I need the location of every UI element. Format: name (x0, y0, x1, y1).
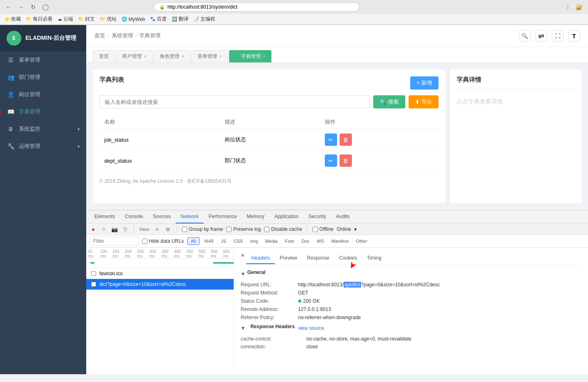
bookmark-sites[interactable]: 📁 优站 (100, 16, 117, 23)
devtools-tab-audits[interactable]: Audits (331, 210, 354, 223)
fullscreen-icon[interactable]: ⛶ (552, 30, 563, 41)
detail-tab-timing[interactable]: Timing (362, 253, 386, 264)
search-input[interactable] (99, 95, 370, 108)
referrer-policy-value: no-referrer-when-downgrade (298, 315, 361, 320)
bookmark-daily[interactable]: 📁 每日必看 (26, 16, 53, 23)
delete-button[interactable]: 🗑 (340, 154, 352, 167)
disable-cache-text: Disable cache (271, 226, 302, 232)
sidebar-item-menu-mgmt[interactable]: ☰ 菜单管理 (0, 51, 86, 69)
filter-css-button[interactable]: CSS (231, 237, 246, 245)
edit-button[interactable]: ✏ (325, 154, 337, 167)
response-headers-toggle[interactable]: ▼ (241, 325, 246, 331)
tab-close-icon[interactable]: × (220, 54, 222, 59)
camera-button[interactable]: 📷 (111, 226, 118, 233)
devtools-tab-elements[interactable]: Elements (90, 210, 120, 223)
network-item-dict[interactable]: dict?page=0&size=10&sort=id%2Cdesc (86, 279, 234, 290)
bookmark-baidu[interactable]: 🐾 百度 (150, 16, 167, 23)
throttle-icon[interactable]: ▾ (354, 227, 357, 232)
group-by-frame-checkbox[interactable] (182, 227, 187, 232)
network-item-checkbox[interactable] (91, 282, 96, 287)
search-icon[interactable]: 🔍 (519, 30, 531, 41)
filter-other-button[interactable]: Other (353, 237, 370, 245)
stop-button[interactable]: ⊘ (100, 226, 108, 233)
filter-ws-button[interactable]: WS (314, 237, 327, 245)
tab-user-mgmt[interactable]: 用户管理 × (116, 50, 153, 62)
bookmark-cloud[interactable]: ☁ 云端 (57, 16, 73, 23)
view-source-link[interactable]: view source (298, 325, 324, 331)
filter-xhr-button[interactable]: XHR (201, 237, 216, 245)
disable-cache-checkbox[interactable] (264, 227, 269, 232)
tab-menu-mgmt[interactable]: 菜单管理 × (191, 50, 228, 62)
edit-button[interactable]: ✏ (325, 133, 337, 146)
export-button[interactable]: ⬆ 导出 (409, 95, 439, 108)
divider (307, 226, 308, 232)
tab-close-icon[interactable]: × (144, 54, 147, 59)
sidebar-item-post-mgmt[interactable]: 👤 岗位管理 (0, 86, 86, 103)
tab-home[interactable]: 首页 (93, 50, 115, 62)
devtools-tab-sources[interactable]: Sources (148, 210, 176, 223)
preserve-log-label[interactable]: Preserve log (226, 226, 261, 232)
filter-manifest-button[interactable]: Manifest (328, 237, 351, 245)
git-icon[interactable]: git (535, 30, 547, 41)
filter-media-button[interactable]: Media (262, 237, 280, 245)
extension-button[interactable]: 🔐 (575, 2, 584, 12)
filter-font-button[interactable]: Font (282, 237, 297, 245)
refresh-button[interactable]: ↻ (29, 2, 38, 12)
address-bar[interactable]: 🔒 http://localhost:8013/system/dict (154, 2, 359, 12)
devtools-tab-memory[interactable]: Memory (242, 210, 269, 223)
settings-button[interactable]: ⋮ (563, 2, 572, 12)
filter-img-button[interactable]: Img (248, 237, 261, 245)
sidebar-item-devops-mgmt[interactable]: 🔧 运维管理 ▾ (0, 138, 86, 155)
tab-close-icon[interactable]: × (263, 54, 266, 59)
hide-data-urls-checkbox[interactable] (142, 239, 147, 244)
forward-button[interactable]: → (16, 2, 25, 12)
network-item-favicon[interactable]: favicon.ico (86, 268, 234, 279)
list-view-icon[interactable]: ≡ (154, 226, 161, 233)
bookmark-coding[interactable]: 📝 文编程 (193, 16, 215, 23)
search-button[interactable]: 🔍 搜索 (373, 95, 405, 108)
font-size-icon[interactable]: T (568, 30, 580, 41)
devtools-tab-security[interactable]: Security (303, 210, 331, 223)
group-by-frame-label[interactable]: Group by frame (182, 226, 223, 232)
bookmark-articles[interactable]: 📁 好文 (78, 16, 95, 23)
detail-tab-headers[interactable]: Headers (246, 253, 275, 264)
record-button[interactable]: ● (90, 226, 97, 233)
request-method-value: GET (298, 290, 308, 296)
tab-role-mgmt[interactable]: 角色管理 × (154, 50, 191, 62)
preserve-log-checkbox[interactable] (226, 227, 232, 232)
back-button[interactable]: ← (4, 2, 13, 12)
detail-tab-preview[interactable]: Preview (275, 253, 302, 264)
sidebar-item-dept-mgmt[interactable]: 👥 部门管理 (0, 69, 86, 86)
sidebar-item-system-monitor[interactable]: 🖥 系统监控 ▾ (0, 120, 86, 138)
filter-all-button[interactable]: All (187, 237, 200, 245)
detail-tab-response[interactable]: Response (302, 253, 334, 264)
detail-tab-cookies[interactable]: Cookies (334, 253, 362, 264)
bookmark-myweb[interactable]: 🌐 MyWeb (122, 16, 145, 22)
disable-cache-label[interactable]: Disable cache (264, 226, 302, 232)
app-container: E ELADMIN-后台管理 ☰ 菜单管理 👥 部门管理 👤 岗位管理 ➤ 📖 … (0, 25, 588, 374)
devtools-tab-network[interactable]: Network (176, 210, 204, 223)
tab-dict-mgmt[interactable]: 字典管理 × (229, 50, 272, 62)
offline-label[interactable]: Offline (312, 226, 333, 232)
general-toggle[interactable]: ▼ (241, 271, 246, 277)
delete-button[interactable]: 🗑 (340, 133, 352, 146)
sidebar-item-dict-mgmt[interactable]: ➤ 📖 字典管理 (0, 103, 86, 120)
network-item-checkbox[interactable] (91, 271, 96, 276)
devtools-tab-application[interactable]: Application (269, 210, 303, 223)
bookmark-favorites[interactable]: ⭐ 收藏 (4, 16, 21, 23)
filter-button[interactable]: ▽ (122, 226, 129, 233)
add-dict-button[interactable]: + 新增 (410, 76, 439, 90)
tab-close-icon[interactable]: × (182, 54, 184, 59)
logo-icon: E (7, 31, 21, 46)
bookmark-translate[interactable]: 🔤 翻译 (172, 16, 188, 23)
devtools-tab-console[interactable]: Console (120, 210, 148, 223)
devtools-tab-performance[interactable]: Performance (204, 210, 242, 223)
filter-js-button[interactable]: JS (218, 237, 229, 245)
home-button[interactable]: ◯ (41, 2, 50, 12)
filter-input[interactable] (90, 237, 139, 246)
filter-doc-button[interactable]: Doc (299, 237, 312, 245)
tree-view-icon[interactable]: ⊟ (164, 226, 172, 233)
detail-close-icon[interactable]: ✕ (241, 253, 245, 264)
offline-checkbox[interactable] (312, 227, 318, 232)
hide-data-urls-label[interactable]: Hide data URLs (142, 238, 184, 244)
